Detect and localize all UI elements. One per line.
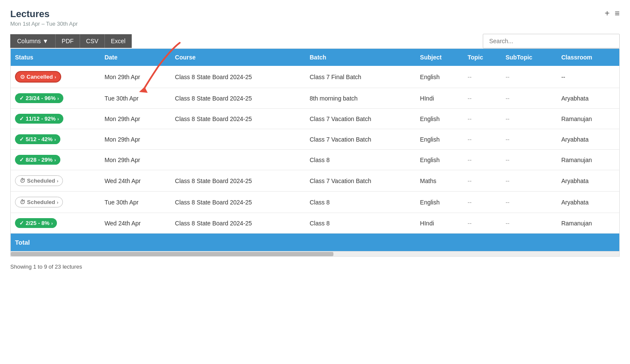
excel-button[interactable]: Excel xyxy=(105,34,132,48)
cell-status: ✓ 8/28 - 29% › xyxy=(11,150,100,170)
cell-date: Wed 24th Apr xyxy=(100,213,171,234)
col-date[interactable]: Date xyxy=(100,49,171,66)
cell-subject: HIndi xyxy=(416,88,463,109)
cell-batch: Class 8 xyxy=(305,213,416,234)
cell-course xyxy=(171,129,306,150)
table-row: ⏱ Scheduled › Tue 30th Apr Class 8 State… xyxy=(11,192,619,213)
cell-topic: -- xyxy=(464,192,502,213)
cell-topic: -- xyxy=(464,129,502,150)
table-row: ✓ 2/25 - 8% › Wed 24th Apr Class 8 State… xyxy=(11,213,619,234)
cell-batch: Class 7 Vacation Batch xyxy=(305,109,416,129)
cell-topic: -- xyxy=(464,150,502,170)
cell-date: Wed 24th Apr xyxy=(100,170,171,192)
cell-date: Tue 30th Apr xyxy=(100,88,171,109)
cell-batch: Class 8 xyxy=(305,150,416,170)
cell-course: Class 8 State Board 2024-25 xyxy=(171,109,306,129)
check-icon: ✓ xyxy=(19,136,24,142)
status-badge[interactable]: ⏱ Scheduled › xyxy=(15,197,63,207)
cell-subtopic: -- xyxy=(501,129,557,150)
chevron-right-icon: › xyxy=(54,137,56,142)
search-input[interactable] xyxy=(483,34,620,48)
cell-classroom: Aryabhata xyxy=(557,129,619,150)
cell-status: ✓ 23/24 - 96% › xyxy=(11,88,100,109)
status-badge[interactable]: ✓ 8/28 - 29% › xyxy=(15,155,60,165)
check-icon: ✓ xyxy=(19,95,24,101)
col-topic[interactable]: Topic xyxy=(464,49,502,66)
columns-button[interactable]: Columns ▼ xyxy=(10,34,56,48)
cell-date: Mon 29th Apr xyxy=(100,129,171,150)
status-badge[interactable]: ⏱ Scheduled › xyxy=(15,175,63,186)
lectures-table: Status Date Course Batch Subject Topic S… xyxy=(11,49,619,251)
cell-batch: Class 8 xyxy=(305,192,416,213)
table-row: ✓ 5/12 - 42% › Mon 29th Apr Class 7 Vaca… xyxy=(11,129,619,150)
cell-topic: -- xyxy=(464,109,502,129)
col-classroom[interactable]: Classroom xyxy=(557,49,619,66)
menu-icon[interactable]: ≡ xyxy=(615,9,620,18)
cell-status: ✓ 5/12 - 42% › xyxy=(11,129,100,150)
col-course[interactable]: Course xyxy=(171,49,306,66)
cell-classroom: -- xyxy=(557,66,619,88)
cell-subtopic: -- xyxy=(501,66,557,88)
chevron-right-icon: › xyxy=(57,200,59,205)
header-left: Lectures Mon 1st Apr – Tue 30th Apr xyxy=(10,9,78,27)
horizontal-scrollbar[interactable] xyxy=(10,252,620,257)
cell-subject: English xyxy=(416,66,463,88)
cell-subject: English xyxy=(416,150,463,170)
cell-subtopic: -- xyxy=(501,88,557,109)
pdf-button[interactable]: PDF xyxy=(56,34,80,48)
header-right: + ≡ xyxy=(605,9,620,18)
cell-course: Class 8 State Board 2024-25 xyxy=(171,170,306,192)
chevron-right-icon: › xyxy=(51,221,53,226)
cell-topic: -- xyxy=(464,170,502,192)
cell-topic: -- xyxy=(464,213,502,234)
cell-date: Mon 29th Apr xyxy=(100,109,171,129)
cell-batch: Class 7 Final Batch xyxy=(305,66,416,88)
cell-subtopic: -- xyxy=(501,192,557,213)
cell-course xyxy=(171,150,306,170)
table-row: ✓ 8/28 - 29% › Mon 29th Apr Class 8 Engl… xyxy=(11,150,619,170)
lectures-table-wrapper: Status Date Course Batch Subject Topic S… xyxy=(10,48,620,252)
cell-subtopic: -- xyxy=(501,170,557,192)
page-title: Lectures xyxy=(10,9,78,20)
table-header-row: Status Date Course Batch Subject Topic S… xyxy=(11,49,619,66)
check-icon: ✓ xyxy=(19,157,24,163)
toolbar: Columns ▼ PDF CSV Excel xyxy=(10,34,620,48)
status-badge[interactable]: ✓ 2/25 - 8% › xyxy=(15,218,57,228)
cell-classroom: Aryabhata xyxy=(557,192,619,213)
cell-course: Class 8 State Board 2024-25 xyxy=(171,213,306,234)
csv-button[interactable]: CSV xyxy=(80,34,105,48)
toolbar-left: Columns ▼ PDF CSV Excel xyxy=(10,34,132,48)
table-row: ✓ 11/12 - 92% › Mon 29th Apr Class 8 Sta… xyxy=(11,109,619,129)
check-icon: ✓ xyxy=(19,220,24,226)
cell-subject: Maths xyxy=(416,170,463,192)
cell-course: Class 8 State Board 2024-25 xyxy=(171,88,306,109)
cell-subtopic: -- xyxy=(501,150,557,170)
scrollbar-thumb[interactable] xyxy=(11,252,333,256)
clock-icon: ⏱ xyxy=(20,199,25,205)
col-batch[interactable]: Batch xyxy=(305,49,416,66)
search-container xyxy=(483,34,620,48)
chevron-right-icon: › xyxy=(54,157,56,163)
cell-classroom: Ramanujan xyxy=(557,109,619,129)
total-row: Total xyxy=(11,234,619,252)
status-badge[interactable]: ✓ 23/24 - 96% › xyxy=(15,93,63,103)
table-row: ⏱ Scheduled › Wed 24th Apr Class 8 State… xyxy=(11,170,619,192)
cell-course: Class 8 State Board 2024-25 xyxy=(171,192,306,213)
cell-classroom: Ramanujan xyxy=(557,150,619,170)
col-subtopic[interactable]: SubTopic xyxy=(501,49,557,66)
add-icon[interactable]: + xyxy=(605,9,610,18)
table-row: ✓ 23/24 - 96% › Tue 30th Apr Class 8 Sta… xyxy=(11,88,619,109)
cell-date: Mon 29th Apr xyxy=(100,150,171,170)
cell-status: ⏱ Scheduled › xyxy=(11,170,100,192)
status-badge[interactable]: ✓ 5/12 - 42% › xyxy=(15,134,60,144)
status-badge[interactable]: ✓ 11/12 - 92% › xyxy=(15,114,63,124)
cell-batch: Class 7 Vacation Batch xyxy=(305,170,416,192)
cell-subject: English xyxy=(416,109,463,129)
cell-status: ✓ 11/12 - 92% › xyxy=(11,109,100,129)
page-header: Lectures Mon 1st Apr – Tue 30th Apr + ≡ xyxy=(10,9,620,27)
col-status[interactable]: Status xyxy=(11,49,100,66)
cell-topic: -- xyxy=(464,66,502,88)
page-subtitle: Mon 1st Apr – Tue 30th Apr xyxy=(10,21,78,27)
status-badge[interactable]: ⊙ Cancelled › xyxy=(15,71,61,83)
col-subject[interactable]: Subject xyxy=(416,49,463,66)
